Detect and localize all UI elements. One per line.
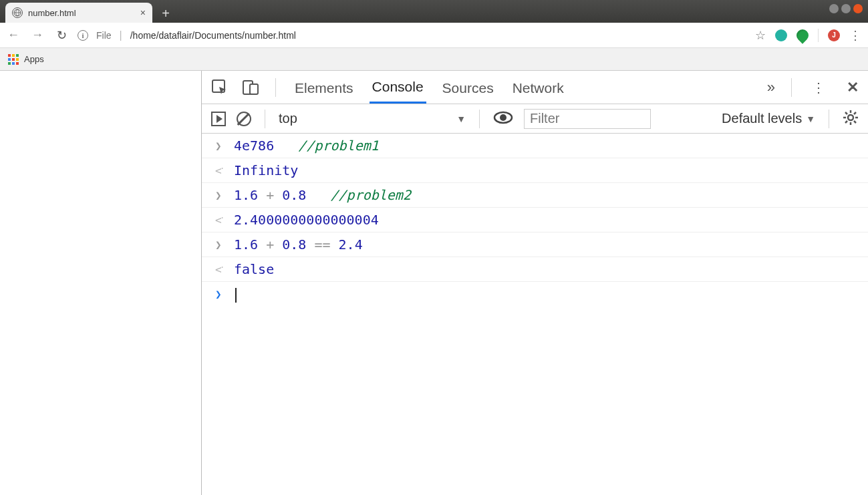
inspect-element-icon[interactable] — [211, 79, 229, 96]
output-marker-icon — [215, 212, 225, 226]
extension-icon-1[interactable] — [775, 29, 787, 41]
svg-line-14 — [854, 112, 856, 114]
console-input-row: 1.6 + 0.8 //problem2 — [202, 183, 868, 208]
new-tab-button[interactable]: + — [156, 4, 175, 23]
code-line: 1.6 + 0.8 //problem2 — [234, 187, 411, 203]
console-toolbar: top ▼ Default levels ▼ — [202, 104, 868, 134]
output-marker-icon — [215, 162, 225, 177]
svg-point-5 — [500, 114, 507, 121]
devtools-close-icon[interactable]: ✕ — [847, 79, 859, 96]
execution-context-icon[interactable] — [211, 112, 226, 126]
globe-icon — [12, 7, 23, 18]
tab-title: number.html — [28, 8, 76, 18]
tab-elements[interactable]: Elements — [292, 72, 356, 103]
svg-point-6 — [848, 115, 853, 120]
console-log[interactable]: 4e786 //problem1Infinity1.6 + 0.8 //prob… — [202, 134, 868, 495]
tab-close-icon[interactable]: × — [140, 7, 146, 18]
device-toggle-icon[interactable] — [242, 79, 259, 96]
context-selector[interactable]: top ▼ — [279, 111, 466, 126]
back-button[interactable]: ← — [5, 28, 21, 42]
code-line: Infinity — [234, 162, 298, 178]
tab-console[interactable]: Console — [370, 71, 426, 104]
svg-line-12 — [854, 121, 856, 123]
tab-network[interactable]: Network — [510, 72, 567, 103]
more-tabs-icon[interactable]: » — [767, 79, 775, 96]
console-output-row: Infinity — [202, 158, 868, 183]
output-marker-icon — [215, 261, 225, 276]
divider — [791, 78, 792, 97]
divider — [275, 78, 276, 97]
svg-rect-3 — [250, 84, 258, 94]
window-titlebar: number.html × + — [0, 0, 868, 23]
prompt-marker-icon — [215, 286, 225, 301]
clear-console-icon[interactable] — [237, 112, 251, 126]
console-output-row: false — [202, 257, 868, 282]
bookmark-star-icon[interactable]: ☆ — [755, 28, 766, 43]
console-prompt-row[interactable] — [202, 282, 868, 307]
chevron-down-icon: ▼ — [456, 114, 466, 124]
input-marker-icon — [215, 187, 225, 202]
divider — [829, 110, 829, 128]
console-input-row: 1.6 + 0.8 == 2.4 — [202, 232, 868, 257]
divider — [265, 110, 265, 128]
browser-menu-icon[interactable]: ⋮ — [849, 28, 860, 43]
divider — [479, 110, 480, 128]
console-input-row: 4e786 //problem1 — [202, 134, 868, 158]
console-output-row: 2.4000000000000004 — [202, 208, 868, 232]
devtools-menu-icon[interactable]: ⋮ — [812, 79, 825, 96]
apps-icon[interactable] — [8, 54, 19, 65]
site-info-icon[interactable]: i — [78, 30, 88, 41]
log-levels-label: Default levels — [722, 111, 802, 126]
devtools-tabbar: Elements Console Sources Network » ⋮ ✕ — [202, 71, 868, 104]
extension-icon-2[interactable] — [794, 27, 811, 43]
minimize-button[interactable] — [829, 4, 839, 13]
toolbar-divider — [818, 29, 819, 42]
code-line: 2.4000000000000004 — [234, 212, 379, 228]
code-line: 1.6 + 0.8 == 2.4 — [234, 236, 363, 253]
maximize-button[interactable] — [841, 4, 851, 13]
window-controls — [829, 4, 863, 13]
tab-sources[interactable]: Sources — [440, 72, 496, 103]
chevron-down-icon: ▼ — [806, 114, 815, 124]
url-path[interactable]: /home/dataflair/Documents/number.html — [130, 30, 747, 41]
console-settings-icon[interactable] — [843, 110, 859, 128]
live-expression-icon[interactable] — [493, 111, 513, 126]
url-scheme: File — [96, 30, 112, 41]
bookmarks-bar: Apps — [0, 48, 868, 71]
close-window-button[interactable] — [853, 4, 863, 13]
address-bar: ← → ↻ i File | /home/dataflair/Documents… — [0, 23, 868, 48]
profile-avatar[interactable]: J — [828, 29, 840, 41]
svg-line-13 — [845, 121, 847, 123]
code-line: 4e786 //problem1 — [234, 138, 379, 154]
log-levels-selector[interactable]: Default levels ▼ — [722, 111, 815, 126]
filter-input[interactable] — [524, 109, 651, 129]
reload-button[interactable]: ↻ — [53, 28, 69, 43]
svg-line-11 — [845, 112, 847, 114]
code-line: false — [234, 261, 274, 277]
forward-button[interactable]: → — [29, 28, 45, 42]
context-label: top — [279, 111, 297, 126]
input-marker-icon — [215, 236, 225, 251]
devtools-panel: Elements Console Sources Network » ⋮ ✕ t… — [202, 71, 868, 495]
console-input[interactable] — [234, 286, 237, 303]
browser-tab[interactable]: number.html × — [5, 3, 152, 23]
page-viewport — [0, 71, 202, 495]
apps-label[interactable]: Apps — [24, 54, 44, 64]
input-marker-icon — [215, 138, 225, 152]
url-separator: | — [120, 29, 122, 41]
